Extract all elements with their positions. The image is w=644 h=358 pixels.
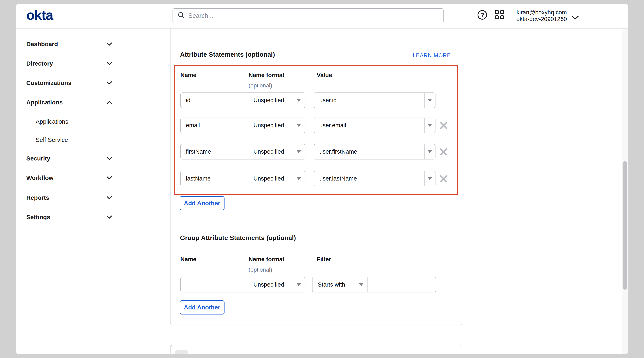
sidebar: Dashboard Directory Customizations Appli… <box>16 29 121 354</box>
dropdown-arrow-icon <box>428 150 432 153</box>
sidebar-subitem-applications[interactable]: Applications <box>36 117 108 126</box>
column-header-format: Name format <box>248 72 284 79</box>
attribute-name-input[interactable] <box>180 171 248 186</box>
dropdown-arrow-icon <box>296 150 301 153</box>
next-section-placeholder-chip <box>174 350 188 354</box>
top-bar: okta ? kiran@boxyhq.com okta-dev-2090126… <box>16 4 628 29</box>
chevron-up-icon <box>106 101 112 104</box>
section-divider <box>180 40 453 40</box>
group-attribute-statements-title: Group Attribute Statements (optional) <box>180 234 296 242</box>
account-org: okta-dev-20901260 <box>515 16 568 23</box>
chevron-down-icon <box>106 216 112 219</box>
sidebar-subitem-self-service[interactable]: Self Service <box>36 136 108 144</box>
chevron-down-icon <box>106 196 112 199</box>
group-attribute-row: Unspecified Starts with <box>170 277 463 292</box>
name-format-select[interactable]: Unspecified <box>248 118 306 133</box>
okta-logo: okta <box>26 8 53 22</box>
sidebar-item-applications[interactable]: Applications <box>26 98 112 107</box>
attribute-value-combobox <box>314 118 436 133</box>
column-header-name: Name <box>180 72 196 79</box>
section-divider <box>180 224 453 224</box>
attribute-value-combobox <box>314 144 436 159</box>
account-email: kiran@boxyhq.com <box>515 9 568 16</box>
column-header-value: Value <box>317 72 332 79</box>
group-name-format-select[interactable]: Unspecified <box>248 277 306 292</box>
remove-row-button[interactable] <box>438 146 449 157</box>
attribute-name-input[interactable] <box>180 118 248 133</box>
account-menu[interactable]: kiran@boxyhq.com okta-dev-20901260 <box>515 9 568 23</box>
value-dropdown-toggle[interactable] <box>424 93 435 108</box>
search-icon <box>178 12 185 20</box>
dropdown-arrow-icon <box>428 124 432 127</box>
scrollbar-track[interactable] <box>622 28 628 354</box>
dropdown-arrow-icon <box>296 99 301 102</box>
name-format-select[interactable]: Unspecified <box>248 93 306 108</box>
sidebar-item-settings[interactable]: Settings <box>26 213 112 221</box>
dropdown-arrow-icon <box>296 124 301 127</box>
group-filter-type-select[interactable]: Starts with <box>312 277 368 292</box>
chevron-down-icon <box>106 81 112 85</box>
chevron-down-icon <box>106 62 112 65</box>
value-dropdown-toggle[interactable] <box>424 144 435 159</box>
add-another-attribute-button[interactable]: Add Another <box>180 196 224 210</box>
attribute-value-combobox <box>314 171 436 186</box>
dropdown-arrow-icon <box>296 177 301 180</box>
sidebar-item-dashboard[interactable]: Dashboard <box>26 40 112 48</box>
chevron-down-icon <box>106 43 112 46</box>
attribute-value-input[interactable] <box>314 118 424 133</box>
saml-settings-card: Attribute Statements (optional) LEARN MO… <box>170 28 462 325</box>
attribute-name-input[interactable] <box>180 93 248 108</box>
sidebar-item-security[interactable]: Security <box>26 154 112 163</box>
dropdown-arrow-icon <box>359 283 364 286</box>
dropdown-arrow-icon <box>296 283 301 286</box>
column-header-name: Name <box>180 256 196 263</box>
value-dropdown-toggle[interactable] <box>424 118 435 133</box>
name-format-select[interactable]: Unspecified <box>248 171 306 186</box>
sidebar-item-reports[interactable]: Reports <box>26 193 112 202</box>
learn-more-link[interactable]: LEARN MORE <box>412 53 451 59</box>
okta-admin-window: okta ? kiran@boxyhq.com okta-dev-2090126… <box>16 4 628 354</box>
attribute-row: Unspecified <box>170 118 463 133</box>
attribute-value-combobox <box>314 93 436 108</box>
dropdown-arrow-icon <box>428 177 432 180</box>
remove-row-button[interactable] <box>438 173 449 184</box>
attribute-value-input[interactable] <box>314 144 424 159</box>
name-format-select[interactable]: Unspecified <box>248 144 306 159</box>
apps-grid-icon[interactable] <box>495 10 504 20</box>
add-another-group-attribute-button[interactable]: Add Another <box>180 300 224 314</box>
scrollbar-thumb[interactable] <box>622 161 627 290</box>
chevron-down-icon <box>106 176 112 180</box>
chevron-down-icon[interactable] <box>572 15 579 21</box>
attribute-row: Unspecified <box>170 93 463 108</box>
desktop: okta ? kiran@boxyhq.com okta-dev-2090126… <box>0 0 644 358</box>
attribute-value-input[interactable] <box>314 171 424 186</box>
sidebar-item-workflow[interactable]: Workflow <box>26 174 112 182</box>
column-header-filter: Filter <box>317 256 331 263</box>
group-name-input[interactable] <box>180 277 248 292</box>
sidebar-item-directory[interactable]: Directory <box>26 59 112 68</box>
dropdown-arrow-icon <box>428 99 432 102</box>
search-input[interactable] <box>188 12 427 20</box>
column-header-format-note: (optional) <box>248 266 272 273</box>
attribute-name-input[interactable] <box>180 144 248 159</box>
column-header-format-note: (optional) <box>248 82 272 89</box>
chevron-down-icon <box>106 157 112 160</box>
attribute-value-input[interactable] <box>314 93 424 108</box>
help-icon[interactable]: ? <box>478 10 487 20</box>
group-filter-value-input[interactable] <box>368 277 436 292</box>
next-section-card <box>170 345 462 354</box>
attribute-row: Unspecified <box>170 144 463 159</box>
remove-row-button[interactable] <box>438 120 449 131</box>
attribute-row: Unspecified <box>170 171 463 186</box>
value-dropdown-toggle[interactable] <box>424 171 435 186</box>
sidebar-item-customizations[interactable]: Customizations <box>26 79 112 87</box>
column-header-format: Name format <box>248 256 284 263</box>
global-search[interactable] <box>172 8 444 23</box>
attribute-statements-title: Attribute Statements (optional) <box>180 51 275 58</box>
